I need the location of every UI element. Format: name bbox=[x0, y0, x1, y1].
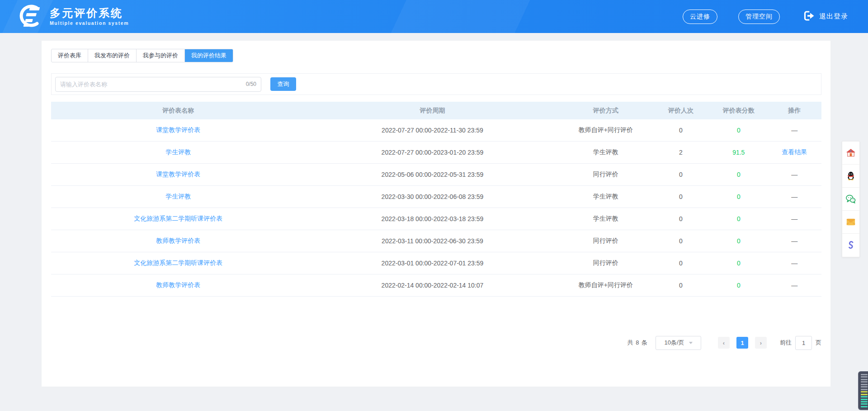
view-result-link[interactable]: 查看结果 bbox=[768, 148, 821, 156]
table-row: 学生评教 2022-03-30 00:00-2022-06-08 23:59 学… bbox=[51, 186, 821, 208]
logo-mark-icon bbox=[18, 4, 43, 29]
char-counter: 0/50 bbox=[246, 81, 256, 87]
floating-side-toolbar bbox=[842, 141, 860, 257]
table-row: 文化旅游系第二学期听课评价表 2022-03-01 00:00-2022-07-… bbox=[51, 252, 821, 274]
cell-score: 0 bbox=[710, 215, 768, 222]
tab-form-library[interactable]: 评价表库 bbox=[52, 49, 88, 62]
cell-action: — bbox=[768, 193, 821, 200]
cell-score: 0 bbox=[710, 282, 768, 289]
corner-gadget[interactable] bbox=[858, 371, 868, 410]
form-name-link[interactable]: 学生评教 bbox=[51, 193, 305, 201]
pagination-total: 共 8 条 bbox=[627, 339, 648, 347]
cell-method: 学生评教 bbox=[560, 193, 652, 201]
mail-icon[interactable] bbox=[842, 211, 859, 234]
form-name-link[interactable]: 课堂教学评价表 bbox=[51, 126, 305, 134]
main-content-card: 评价表库 我发布的评价 我参与的评价 我的评价结果 0/50 查询 评价表名称 … bbox=[42, 41, 830, 387]
col-header-action: 操作 bbox=[768, 107, 821, 115]
cell-count: 2 bbox=[652, 149, 710, 156]
prev-page-button[interactable]: ‹ bbox=[718, 337, 730, 349]
app-subtitle: Multiple evaluation system bbox=[50, 20, 129, 26]
qq-icon[interactable] bbox=[842, 165, 859, 188]
cell-period: 2022-03-30 00:00-2022-06-08 23:59 bbox=[305, 193, 559, 200]
cell-score: 0 bbox=[710, 260, 768, 267]
cell-method: 教师自评+同行评价 bbox=[560, 281, 652, 289]
page-size-select[interactable]: 10条/页 bbox=[656, 336, 701, 350]
app-header: 多元评价系统 Multiple evaluation system 云进修 管理… bbox=[0, 0, 868, 33]
goto-label: 前往 bbox=[780, 339, 792, 347]
page-size-value: 10条/页 bbox=[664, 339, 684, 347]
cell-count: 0 bbox=[652, 127, 710, 134]
admin-space-button[interactable]: 管理空间 bbox=[738, 9, 780, 24]
goto-page-input[interactable] bbox=[795, 336, 812, 350]
query-button[interactable]: 查询 bbox=[270, 77, 296, 91]
app-title: 多元评价系统 bbox=[50, 7, 129, 19]
table-row: 课堂教学评价表 2022-05-06 00:00-2022-05-31 23:5… bbox=[51, 164, 821, 186]
form-name-link[interactable]: 课堂教学评价表 bbox=[51, 170, 305, 179]
form-name-link[interactable]: 教师教学评价表 bbox=[51, 281, 305, 289]
cell-period: 2022-03-01 00:00-2022-07-01 23:59 bbox=[305, 260, 559, 267]
cell-period: 2022-03-11 00:00-2022-06-30 23:59 bbox=[305, 237, 559, 245]
cell-score: 0 bbox=[710, 193, 768, 200]
search-bar: 0/50 查询 bbox=[51, 73, 821, 95]
results-table: 评价表名称 评价周期 评价方式 评价人次 评价表分数 操作 课堂教学评价表 20… bbox=[51, 102, 821, 297]
cell-count: 0 bbox=[652, 171, 710, 178]
cell-action: — bbox=[768, 260, 821, 267]
table-row: 学生评教 2022-07-27 00:00-2023-01-20 23:59 学… bbox=[51, 142, 821, 164]
logout-label: 退出登录 bbox=[819, 12, 848, 21]
cell-count: 0 bbox=[652, 260, 710, 267]
table-row: 教师教学评价表 2022-03-11 00:00-2022-06-30 23:5… bbox=[51, 230, 821, 252]
cell-method: 同行评价 bbox=[560, 170, 652, 179]
cell-method: 同行评价 bbox=[560, 237, 652, 245]
tab-my-results[interactable]: 我的评价结果 bbox=[185, 49, 233, 62]
cell-period: 2022-05-06 00:00-2022-05-31 23:59 bbox=[305, 171, 559, 178]
cell-score: 0 bbox=[710, 127, 768, 134]
table-row: 课堂教学评价表 2022-07-27 00:00-2022-11-30 23:5… bbox=[51, 119, 821, 142]
cell-method: 学生评教 bbox=[560, 148, 652, 156]
home-icon[interactable] bbox=[842, 142, 859, 165]
app-logo: 多元评价系统 Multiple evaluation system bbox=[18, 4, 129, 29]
form-name-link[interactable]: 教师教学评价表 bbox=[51, 237, 305, 245]
table-header-row: 评价表名称 评价周期 评价方式 评价人次 评价表分数 操作 bbox=[51, 102, 821, 119]
cell-method: 教师自评+同行评价 bbox=[560, 126, 652, 134]
cell-score: 0 bbox=[710, 171, 768, 178]
cloud-training-button[interactable]: 云进修 bbox=[683, 9, 717, 24]
logout-button[interactable]: 退出登录 bbox=[803, 10, 848, 23]
form-name-link[interactable]: 文化旅游系第二学期听课评价表 bbox=[51, 259, 305, 267]
col-header-count: 评价人次 bbox=[652, 107, 710, 115]
tab-my-published[interactable]: 我发布的评价 bbox=[88, 49, 137, 62]
page-number-1[interactable]: 1 bbox=[736, 337, 748, 349]
col-header-method: 评价方式 bbox=[560, 107, 652, 115]
cell-count: 0 bbox=[652, 193, 710, 200]
tab-bar: 评价表库 我发布的评价 我参与的评价 我的评价结果 bbox=[51, 49, 233, 62]
table-row: 教师教学评价表 2022-02-14 00:00-2022-02-14 10:0… bbox=[51, 274, 821, 297]
cell-action: — bbox=[768, 127, 821, 134]
cell-period: 2022-07-27 00:00-2022-11-30 23:59 bbox=[305, 127, 559, 134]
cell-count: 0 bbox=[652, 215, 710, 222]
form-name-link[interactable]: 文化旅游系第二学期听课评价表 bbox=[51, 215, 305, 223]
cell-action: — bbox=[768, 215, 821, 222]
cell-method: 同行评价 bbox=[560, 259, 652, 267]
cell-action: — bbox=[768, 171, 821, 178]
col-header-name: 评价表名称 bbox=[51, 107, 305, 115]
wechat-icon[interactable] bbox=[842, 188, 859, 211]
next-page-button[interactable]: › bbox=[755, 337, 767, 349]
cell-count: 0 bbox=[652, 282, 710, 289]
col-header-score: 评价表分数 bbox=[710, 107, 768, 115]
cell-period: 2022-02-14 00:00-2022-02-14 10:07 bbox=[305, 282, 559, 289]
table-row: 文化旅游系第二学期听课评价表 2022-03-18 00:00-2022-03-… bbox=[51, 208, 821, 230]
form-name-link[interactable]: 学生评教 bbox=[51, 148, 305, 156]
cell-method: 学生评教 bbox=[560, 215, 652, 223]
cell-score: 0 bbox=[710, 237, 768, 245]
page-unit-label: 页 bbox=[816, 339, 821, 347]
pagination: 共 8 条 10条/页 ‹ 1 › 前往 页 bbox=[627, 335, 821, 350]
cell-action: — bbox=[768, 237, 821, 245]
cell-count: 0 bbox=[652, 237, 710, 245]
cell-period: 2022-03-18 00:00-2022-03-18 23:59 bbox=[305, 215, 559, 222]
share-icon[interactable] bbox=[842, 234, 859, 257]
cell-period: 2022-07-27 00:00-2023-01-20 23:59 bbox=[305, 149, 559, 156]
cell-action: — bbox=[768, 282, 821, 289]
tab-my-participated[interactable]: 我参与的评价 bbox=[137, 49, 185, 62]
search-input[interactable] bbox=[60, 81, 242, 88]
cell-score: 91.5 bbox=[710, 149, 768, 156]
logout-icon bbox=[803, 10, 815, 23]
